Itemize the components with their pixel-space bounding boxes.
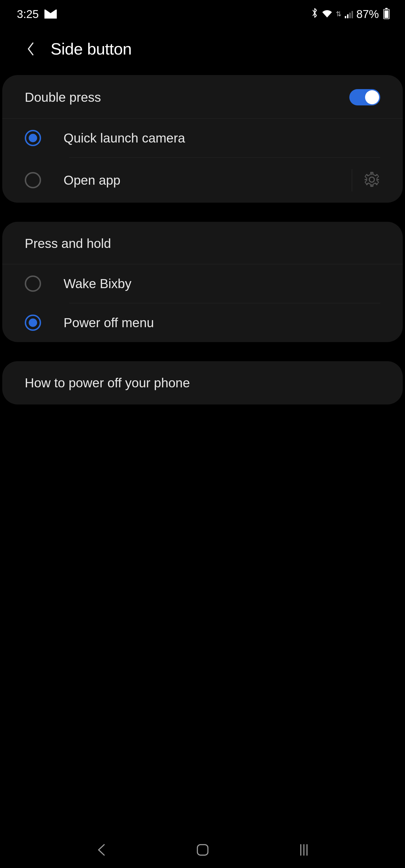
option-power-off-menu[interactable]: Power off menu xyxy=(2,303,403,342)
how-to-power-off-button[interactable]: How to power off your phone xyxy=(2,361,403,404)
chevron-left-icon xyxy=(94,842,109,858)
data-arrows-icon: ⇅ xyxy=(336,10,342,18)
signal-icon xyxy=(345,10,353,18)
open-app-settings-button[interactable] xyxy=(352,169,380,191)
navigation-bar xyxy=(0,832,405,868)
radio-unselected-icon xyxy=(25,276,41,292)
option-label: Open app xyxy=(63,173,352,188)
double-press-toggle[interactable] xyxy=(349,89,380,105)
bluetooth-icon xyxy=(311,8,318,21)
option-open-app[interactable]: Open app xyxy=(2,158,403,203)
status-time: 3:25 xyxy=(17,8,39,21)
status-left: 3:25 xyxy=(17,8,57,21)
status-bar: 3:25 ⇅ 87% xyxy=(0,0,405,28)
home-icon xyxy=(195,842,210,858)
radio-unselected-icon xyxy=(25,172,41,188)
press-hold-section: Press and hold Wake Bixby Power off menu xyxy=(2,222,403,342)
back-button[interactable] xyxy=(25,40,36,57)
radio-selected-icon xyxy=(25,130,41,146)
press-hold-header: Press and hold xyxy=(2,222,403,264)
gear-icon xyxy=(364,171,380,189)
double-press-header[interactable]: Double press xyxy=(2,75,403,119)
radio-selected-icon xyxy=(25,314,41,331)
nav-recents-button[interactable] xyxy=(292,838,315,861)
svg-rect-1 xyxy=(197,844,208,855)
nav-home-button[interactable] xyxy=(191,838,214,861)
option-label: Wake Bixby xyxy=(63,276,380,291)
svg-point-0 xyxy=(369,177,374,182)
chevron-left-icon xyxy=(27,42,35,56)
wifi-icon xyxy=(322,10,332,18)
recents-icon xyxy=(296,842,312,858)
status-right: ⇅ 87% xyxy=(311,8,389,21)
double-press-title: Double press xyxy=(25,90,101,105)
header: Side button xyxy=(0,28,405,75)
page-title: Side button xyxy=(51,39,132,58)
battery-percent: 87% xyxy=(356,8,379,21)
battery-icon xyxy=(383,9,389,19)
option-label: Quick launch camera xyxy=(63,130,380,146)
press-hold-title: Press and hold xyxy=(25,236,111,251)
double-press-section: Double press Quick launch camera Open ap… xyxy=(2,75,403,203)
option-wake-bixby[interactable]: Wake Bixby xyxy=(2,264,403,303)
option-label: Power off menu xyxy=(63,315,380,330)
nav-back-button[interactable] xyxy=(90,838,113,861)
info-text: How to power off your phone xyxy=(25,375,380,391)
mail-icon xyxy=(45,9,57,19)
option-quick-launch-camera[interactable]: Quick launch camera xyxy=(2,119,403,157)
